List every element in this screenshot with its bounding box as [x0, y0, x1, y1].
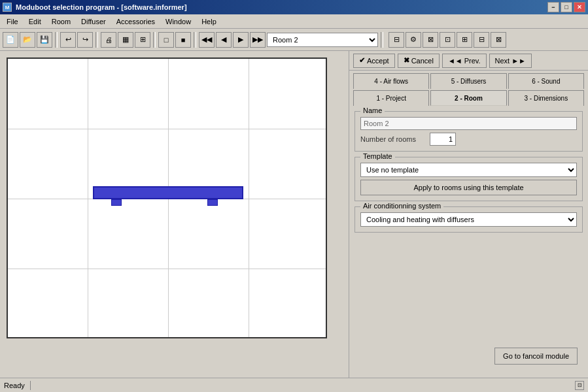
tabs-container: 4 - Air flows 5 - Diffusers 6 - Sound 1 … [349, 71, 588, 106]
rooms-count-input[interactable] [430, 133, 456, 146]
title-bar: M Moduboot selection program - [software… [0, 0, 588, 14]
open-button[interactable]: 📂 [20, 32, 35, 48]
prev-nav-button[interactable]: ◄◄ Prev. [442, 54, 487, 68]
stop-button[interactable]: ■ [175, 32, 191, 48]
toolbar-sep-4 [194, 32, 196, 48]
toolbar: 📄 📂 💾 ↩ ↪ 🖨 ▦ ⊞ □ ■ ◀◀ ◀ ▶ ▶▶ Room 2 ⊟ ⚙… [0, 29, 588, 51]
air-conditioning-select[interactable]: Cooling and heating with diffusers Cooli… [360, 212, 577, 227]
menu-diffuser[interactable]: Diffuser [76, 15, 111, 28]
minimize-button[interactable]: − [547, 2, 559, 12]
grid-v-3 [249, 59, 249, 337]
toolbar-sep-3 [153, 32, 156, 48]
menu-room[interactable]: Room [46, 15, 76, 28]
tab-project[interactable]: 1 - Project [353, 90, 429, 106]
status-bar: Ready ⊡ [0, 378, 588, 392]
prev-button[interactable]: ◀ [216, 32, 232, 48]
template-group: Template Use no template Apply to rooms … [355, 157, 583, 201]
action-bar: ✔ Accept ✖ Cancel ◄◄ Prev. Next ►► [349, 51, 588, 71]
menu-edit[interactable]: Edit [24, 15, 46, 28]
tb-r1[interactable]: ⊟ [389, 32, 404, 48]
next-nav-button[interactable]: Next ►► [489, 54, 532, 68]
toolbar-sep-5 [381, 32, 383, 48]
canvas-area [0, 51, 349, 378]
room-handle-left[interactable] [111, 199, 122, 206]
menu-bar: File Edit Room Diffuser Accessories Wind… [0, 14, 588, 29]
main-area: ✔ Accept ✖ Cancel ◄◄ Prev. Next ►► 4 - A… [0, 51, 588, 378]
fancoil-btn-wrapper: Go to fancoil module [355, 348, 583, 370]
tab-room[interactable]: 2 - Room [430, 90, 506, 106]
save-button[interactable]: 💾 [37, 32, 52, 48]
room-handle-right[interactable] [207, 199, 218, 206]
air-conditioning-select-row: Cooling and heating with diffusers Cooli… [360, 212, 577, 227]
status-divider [30, 381, 31, 390]
new-button[interactable]: 📄 [3, 32, 18, 48]
window-title: Moduboot selection program - [software.i… [16, 3, 187, 11]
grid-h-1 [8, 129, 326, 129]
air-conditioning-group: Air conditionning system Cooling and hea… [355, 206, 583, 233]
room-element[interactable] [93, 186, 243, 199]
tab-sound[interactable]: 6 - Sound [508, 73, 584, 89]
accept-button[interactable]: ✔ Accept [353, 54, 395, 68]
tab-row-2: 1 - Project 2 - Room 3 - Dimensions [353, 90, 584, 106]
tb-r3[interactable]: ⊠ [423, 32, 438, 48]
check-icon: ✔ [359, 56, 365, 65]
apply-template-button[interactable]: Apply to rooms using this template [360, 180, 577, 195]
menu-accessories[interactable]: Accessories [111, 15, 160, 28]
rect-button[interactable]: □ [158, 32, 174, 48]
grid-h-3 [8, 269, 326, 269]
maximize-button[interactable]: □ [561, 2, 572, 12]
redo-button[interactable]: ↪ [77, 32, 93, 48]
menu-window[interactable]: Window [160, 15, 196, 28]
toolbar-right-buttons: ⊟ ⚙ ⊠ ⊡ ⊞ ⊟ ⊠ [389, 32, 506, 48]
grid-v-1 [88, 59, 88, 337]
menu-help[interactable]: Help [196, 15, 222, 28]
room-select[interactable]: Room 2 [267, 33, 378, 47]
tab-row-1: 4 - Air flows 5 - Diffusers 6 - Sound [353, 73, 584, 89]
undo-button[interactable]: ↩ [60, 32, 76, 48]
next-button[interactable]: ▶▶ [250, 32, 266, 48]
toolbar-sep-2 [95, 32, 98, 48]
name-row [360, 117, 577, 130]
status-icon: ⊡ [575, 381, 584, 390]
name-group-label: Name [360, 106, 385, 114]
status-text: Ready [4, 382, 25, 389]
menu-file[interactable]: File [1, 15, 24, 28]
app-icon: M [3, 3, 12, 12]
print-button[interactable]: 🖨 [101, 32, 116, 48]
panel-content: Name Number of rooms Template Use no tem… [349, 106, 588, 378]
apply-btn-row: Apply to rooms using this template [360, 180, 577, 195]
room-canvas[interactable] [7, 57, 327, 338]
tb-r5[interactable]: ⊞ [457, 32, 472, 48]
room-select-wrapper: Room 2 [267, 33, 378, 47]
toolbar-sep-1 [55, 32, 58, 48]
name-input[interactable] [360, 117, 577, 130]
close-button[interactable]: ✕ [574, 2, 585, 12]
grid-button[interactable]: ▦ [118, 32, 133, 48]
rooms-count-label: Number of rooms [360, 135, 426, 143]
next-arrow-icon: ►► [511, 57, 526, 65]
cancel-button[interactable]: ✖ Cancel [398, 54, 440, 68]
rooms-count-row: Number of rooms [360, 133, 577, 146]
tb-r7[interactable]: ⊠ [491, 32, 506, 48]
tb-r6[interactable]: ⊟ [474, 32, 489, 48]
go-fancoil-button[interactable]: Go to fancoil module [494, 348, 578, 365]
prev-prev-button[interactable]: ◀◀ [199, 32, 215, 48]
prev-arrow-icon: ◄◄ [448, 57, 462, 65]
air-conditioning-label: Air conditionning system [360, 202, 443, 210]
template-group-label: Template [360, 152, 395, 160]
cross-icon: ✖ [404, 56, 409, 65]
tab-airflows[interactable]: 4 - Air flows [353, 73, 429, 89]
play-button[interactable]: ▶ [233, 32, 249, 48]
table-button[interactable]: ⊞ [135, 32, 150, 48]
tb-r2[interactable]: ⚙ [406, 32, 421, 48]
tab-diffusers[interactable]: 5 - Diffusers [430, 73, 506, 89]
tb-r4[interactable]: ⊡ [440, 32, 455, 48]
template-select[interactable]: Use no template [360, 163, 577, 177]
tab-dimensions[interactable]: 3 - Dimensions [508, 90, 584, 106]
right-panel: ✔ Accept ✖ Cancel ◄◄ Prev. Next ►► 4 - A… [349, 51, 588, 378]
name-group: Name Number of rooms [355, 111, 583, 152]
template-select-row: Use no template [360, 163, 577, 177]
